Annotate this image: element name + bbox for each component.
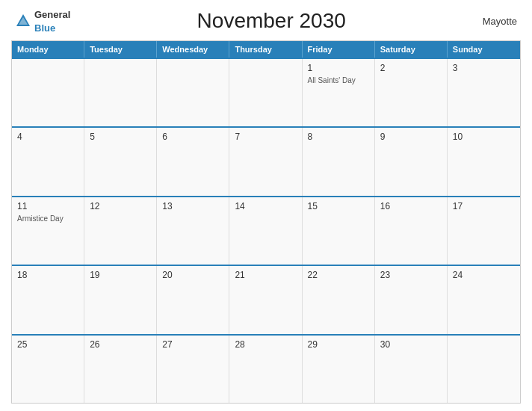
logo: General Blue: [15, 7, 70, 34]
day-cell-3-1: 19: [84, 266, 157, 333]
day-number: 20: [162, 270, 223, 280]
day-cell-3-6: 24: [448, 266, 520, 333]
day-cell-3-3: 21: [229, 266, 302, 333]
day-cell-2-4: 15: [303, 197, 375, 265]
day-number: 28: [235, 339, 296, 350]
day-cell-0-3: [229, 59, 302, 126]
day-cell-1-4: 8: [303, 128, 375, 195]
region-label: Mayotte: [472, 16, 517, 27]
col-saturday: Saturday: [375, 41, 448, 58]
logo-blue-text: Blue: [34, 22, 55, 34]
day-cell-4-6: [448, 336, 520, 403]
day-number: 3: [453, 63, 515, 73]
day-number: 26: [90, 339, 151, 350]
day-number: 15: [308, 201, 369, 211]
day-cell-1-5: 9: [375, 128, 448, 195]
day-cell-2-3: 14: [229, 197, 302, 265]
col-thursday: Thursday: [229, 41, 302, 58]
day-cell-1-0: 4: [12, 128, 84, 195]
col-wednesday: Wednesday: [157, 41, 229, 58]
day-number: 12: [90, 201, 151, 211]
day-number: 18: [17, 270, 78, 280]
day-number: 9: [380, 132, 442, 142]
day-cell-1-2: 6: [157, 128, 229, 195]
day-cell-1-6: 10: [448, 128, 520, 195]
day-number: 14: [235, 201, 296, 211]
day-cell-0-2: [157, 59, 229, 126]
day-cell-2-2: 13: [157, 197, 229, 265]
day-cell-0-1: [84, 59, 157, 126]
day-cell-3-4: 22: [303, 266, 375, 333]
day-number: 11: [17, 201, 78, 211]
day-number: 22: [308, 270, 369, 280]
calendar: Monday Tuesday Wednesday Thursday Friday…: [11, 40, 521, 404]
day-cell-4-3: 28: [229, 336, 302, 403]
day-cell-1-3: 7: [229, 128, 302, 195]
day-cell-3-0: 18: [12, 266, 84, 333]
logo-icon: [15, 13, 31, 29]
col-friday: Friday: [303, 41, 375, 58]
week-row-4: 18192021222324: [12, 265, 520, 333]
day-number: 10: [453, 132, 515, 142]
day-number: 13: [162, 201, 223, 211]
day-number: 16: [380, 201, 442, 211]
day-number: 24: [453, 270, 515, 280]
calendar-title: November 2030: [70, 9, 472, 33]
day-cell-2-0: 11Armistice Day: [12, 197, 84, 265]
calendar-header-row: Monday Tuesday Wednesday Thursday Friday…: [12, 41, 520, 58]
day-cell-4-0: 25: [12, 336, 84, 403]
day-cell-4-4: 29: [303, 336, 375, 403]
day-number: 25: [17, 339, 78, 350]
day-number: 6: [162, 132, 223, 142]
day-number: 5: [90, 132, 151, 142]
day-cell-0-4: 1All Saints' Day: [303, 59, 375, 126]
week-row-2: 45678910: [12, 126, 520, 195]
day-number: 27: [162, 339, 223, 350]
header: General Blue November 2030 Mayotte: [11, 7, 521, 34]
day-cell-0-0: [12, 59, 84, 126]
day-number: 8: [308, 132, 369, 142]
day-cell-1-1: 5: [84, 128, 157, 195]
day-cell-3-5: 23: [375, 266, 448, 333]
day-cell-0-5: 2: [375, 59, 448, 126]
day-number: 2: [380, 63, 442, 73]
day-cell-4-2: 27: [157, 336, 229, 403]
day-number: 21: [235, 270, 296, 280]
day-cell-4-1: 26: [84, 336, 157, 403]
day-cell-2-5: 16: [375, 197, 448, 265]
col-monday: Monday: [12, 41, 84, 58]
day-number: 1: [308, 63, 369, 73]
col-sunday: Sunday: [448, 41, 520, 58]
calendar-body: 1All Saints' Day234567891011Armistice Da…: [12, 58, 520, 403]
day-cell-4-5: 30: [375, 336, 448, 403]
col-tuesday: Tuesday: [84, 41, 157, 58]
calendar-page: General Blue November 2030 Mayotte Monda…: [0, 0, 532, 411]
day-number: 4: [17, 132, 78, 142]
day-cell-0-6: 3: [448, 59, 520, 126]
day-cell-2-6: 17: [448, 197, 520, 265]
day-cell-3-2: 20: [157, 266, 229, 333]
day-number: 17: [453, 201, 515, 211]
day-number: 23: [380, 270, 442, 280]
day-number: 7: [235, 132, 296, 142]
day-number: 30: [380, 339, 442, 350]
day-event: Armistice Day: [17, 214, 78, 223]
week-row-1: 1All Saints' Day23: [12, 58, 520, 126]
day-event: All Saints' Day: [308, 76, 369, 84]
week-row-5: 252627282930: [12, 334, 520, 403]
day-number: 19: [90, 270, 151, 280]
day-cell-2-1: 12: [84, 197, 157, 265]
day-number: 29: [308, 339, 369, 350]
week-row-3: 11Armistice Day121314151617: [12, 196, 520, 265]
logo-general-text: General: [34, 9, 70, 20]
